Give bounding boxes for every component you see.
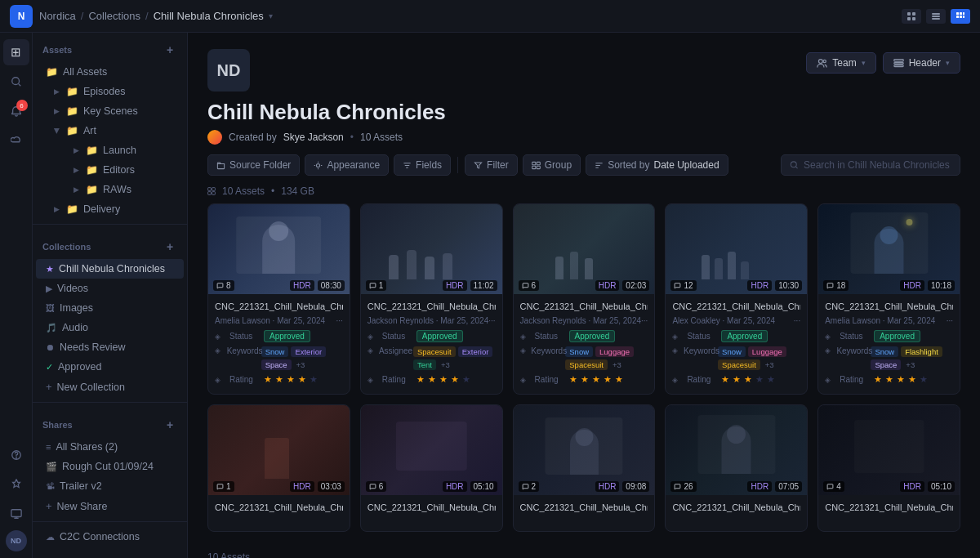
star-filled: ★ [885,374,893,385]
asset-tag[interactable]: Space [261,359,292,370]
asset-field-rating: ◈ Rating ★★★★★ [368,374,496,385]
search-input[interactable] [804,159,951,171]
nav-editors[interactable]: ▶ 📁 Editors [36,160,184,180]
asset-card[interactable]: 12 HDR 10:30 CNC_221321_Chill_Nebula_Chr… [665,203,808,395]
asset-tag[interactable]: Snow [871,346,898,357]
nav-approved[interactable]: ✓ Approved [36,357,184,377]
svg-rect-1 [912,12,915,16]
field-label-rating: Rating [840,375,869,384]
asset-tag[interactable]: Space [871,359,901,370]
asset-tag[interactable]: Spacesuit [718,359,760,370]
asset-card[interactable]: 6 HDR 02:03 CNC_221321_Chill_Nebula_Chro… [513,203,656,395]
asset-tag[interactable]: Snow [718,346,746,357]
svg-rect-24 [537,162,540,164]
star-rating[interactable]: ★★★★★ [416,374,470,385]
sidebar-icon-bell[interactable]: 6 [3,98,29,124]
svg-rect-5 [932,16,940,17]
nav-needs-review[interactable]: ⏺ Needs Review [36,337,184,357]
nav-c2c-connections[interactable]: ☁ C2C Connections [36,527,184,547]
asset-card[interactable]: 18 HDR 10:18 CNC_221321_Chill_Nebula_Chr… [817,203,960,395]
star-rating[interactable]: ★★★★★ [874,374,928,385]
asset-tag[interactable]: Flashlight [901,346,942,357]
asset-tag[interactable]: Spacesuit [413,346,456,357]
asset-tag[interactable]: Tent [413,359,436,370]
filter-button[interactable]: Filter [465,154,518,176]
source-folder-button[interactable]: Source Folder [207,154,300,176]
plus-icon-2: + [46,500,52,512]
sidebar-icon-monitor[interactable] [3,501,29,527]
star-rating[interactable]: ★★★★★ [264,374,318,385]
asset-tag[interactable]: Snow [261,346,289,357]
asset-field-rating: ◈ Rating ★★★★★ [520,374,648,385]
nav-all-assets[interactable]: 📁 All Assets [36,62,184,82]
nav-chill-nebula[interactable]: ★ Chill Nebula Chronicles [36,259,184,279]
nav-images[interactable]: 🖼 Images [36,298,184,318]
header-button[interactable]: Header ▾ [883,52,960,74]
sidebar-icon-help[interactable] [3,442,29,468]
search-bar[interactable] [781,154,960,176]
sidebar-icon-search[interactable] [3,69,29,95]
asset-filename: CNC_221321_Chill_Nebula_Chronicles_Premi… [368,301,496,313]
asset-menu-button[interactable]: ··· [947,316,953,325]
asset-field-status: ◈ Status Approved [672,330,800,342]
star-filled: ★ [721,374,729,385]
asset-card[interactable]: 1 HDR 03:03 CNC_221321_Chill_Nebula_Chro… [207,404,350,531]
asset-card[interactable]: 26 HDR 07:05 CNC_221321_Chill_Nebula_Chr… [665,404,808,531]
nav-raws[interactable]: ▶ 📁 RAWs [36,180,184,199]
asset-menu-button[interactable]: ··· [641,316,648,325]
nav-audio[interactable]: 🎵 Audio [36,318,184,337]
collection-audio-icon: 🎵 [46,323,57,333]
asset-tag[interactable]: Snow [565,346,593,357]
nav-all-shares[interactable]: ≡ All Shares (2) [36,437,184,457]
assets-add-button[interactable]: + [163,42,177,57]
asset-tag[interactable]: Luggage [748,346,786,357]
nav-trailer-v2[interactable]: 📽 Trailer v2 [36,476,184,496]
star-rating[interactable]: ★★★★★ [569,374,623,385]
fields-button[interactable]: Fields [394,154,451,176]
bottom-count: 10 Assets [207,551,250,558]
sidebar-icon-pin[interactable] [3,471,29,498]
nav-launch[interactable]: ▶ 📁 Launch [36,141,184,160]
breadcrumb-collections[interactable]: Collections [88,10,140,22]
team-button[interactable]: Team ▾ [806,52,875,74]
asset-creator: Amelia Lawson · Mar 25, 2024 [215,316,325,325]
asset-tag[interactable]: Spacesuit [565,359,608,370]
asset-tag[interactable]: Exterior [458,346,493,357]
collections-add-button[interactable]: + [163,239,177,254]
sidebar-icon-home[interactable]: ⊞ [3,39,29,65]
nav-rough-cut[interactable]: 🎬 Rough Cut 01/09/24 [36,457,184,476]
asset-card[interactable]: 4 HDR 05:10 CNC_221321_Chill_Nebula_Chro… [817,404,960,531]
star-rating[interactable]: ★★★★★ [721,374,775,385]
asset-card[interactable]: 8 HDR 08:30 CNC_221321_Chill_Nebula_Chro… [207,203,350,395]
asset-menu-button[interactable]: ··· [336,316,342,325]
appearance-button[interactable]: Appearance [305,154,389,176]
view-toggle-1[interactable] [902,9,921,24]
sidebar-icon-cloud[interactable] [3,127,29,154]
asset-thumbnail: 6 HDR 02:03 [514,204,655,294]
svg-rect-16 [11,510,20,517]
nav-episodes[interactable]: ▶ 📁 Episodes [36,82,184,101]
asset-tag[interactable]: Luggage [595,346,634,357]
asset-filename: CNC_221321_Chill_Nebula_Chronicles_Premi… [825,502,953,514]
view-toggle-2[interactable] [926,9,946,24]
shares-add-button[interactable]: + [163,417,177,432]
nav-videos[interactable]: ▶ Videos [36,279,184,298]
folder-icon: 📁 [46,66,58,78]
user-avatar[interactable]: ND [6,530,27,551]
group-button[interactable]: Group [523,154,581,176]
view-toggle-3[interactable] [951,9,970,24]
asset-card[interactable]: 1 HDR 11:02 CNC_221321_Chill_Nebula_Chro… [360,203,503,395]
asset-menu-button[interactable]: ··· [488,316,495,325]
asset-card[interactable]: 6 HDR 05:10 CNC_221321_Chill_Nebula_Chro… [360,404,503,531]
nav-art[interactable]: ▶ 📁 Art [36,121,184,141]
nav-key-scenes[interactable]: ▶ 📁 Key Scenes [36,101,184,121]
nav-new-share[interactable]: + New Share [36,496,184,516]
breadcrumb-root[interactable]: Nordica [39,10,76,22]
nav-new-collection[interactable]: + New Collection [36,377,184,397]
collection-review-icon: ⏺ [46,342,55,352]
asset-tag[interactable]: Exterior [291,346,326,357]
nav-delivery[interactable]: ▶ 📁 Delivery [36,199,184,219]
asset-card[interactable]: 2 HDR 09:08 CNC_221321_Chill_Nebula_Chro… [513,404,656,531]
sort-button[interactable]: Sorted by Date Uploaded [586,154,728,176]
asset-menu-button[interactable]: ··· [794,316,800,325]
